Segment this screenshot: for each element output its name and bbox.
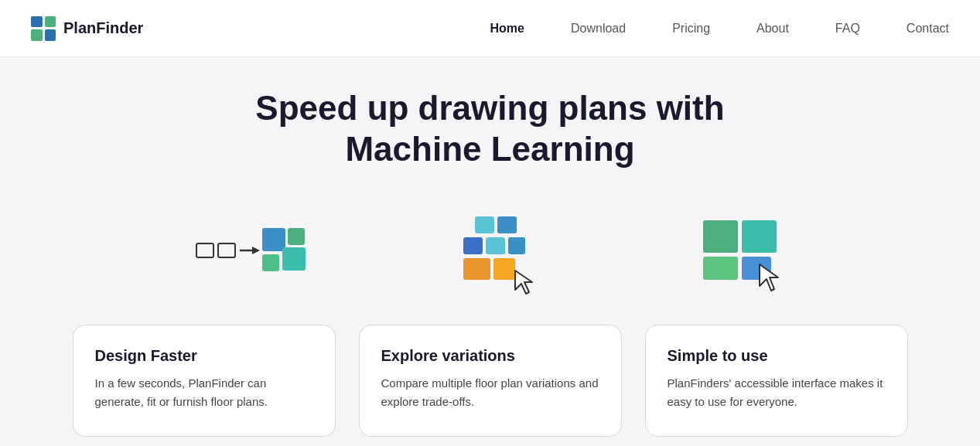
card-explore-variations: Explore variations Compare multiple floo… [359,325,622,437]
svg-marker-15 [515,271,532,294]
logo[interactable]: PlanFinder [31,16,143,41]
svg-rect-11 [486,237,505,254]
nav-faq[interactable]: FAQ [835,22,860,35]
svg-rect-14 [493,258,515,280]
nav-about[interactable]: About [756,22,789,35]
svg-rect-6 [262,254,279,271]
design-faster-icon [196,220,305,290]
svg-rect-12 [508,237,525,254]
svg-rect-0 [196,243,213,257]
card-simple-to-use: Simple to use PlanFinders' accessible in… [645,325,908,437]
svg-rect-5 [288,228,305,245]
svg-rect-10 [463,237,483,254]
svg-rect-8 [475,216,494,233]
feature-icons-row [0,193,980,309]
svg-rect-18 [703,257,738,280]
nav-pricing[interactable]: Pricing [672,22,710,35]
simple-to-use-icon [699,216,784,294]
svg-rect-13 [463,258,490,280]
nav-links: Home Download Pricing About FAQ Contact [490,22,949,36]
svg-rect-4 [262,228,285,251]
card-design-faster-title: Design Faster [95,347,313,365]
svg-rect-1 [218,243,235,257]
card-design-faster: Design Faster In a few seconds, PlanFind… [73,325,336,437]
svg-rect-9 [497,216,517,233]
logo-icon [31,16,56,41]
nav-download[interactable]: Download [571,22,626,35]
nav-contact[interactable]: Contact [907,22,949,35]
svg-rect-7 [282,247,306,271]
card-explore-variations-body: Compare multiple floor plan variations a… [381,374,599,411]
card-simple-to-use-body: PlanFinders' accessible interface makes … [668,374,886,411]
card-explore-variations-title: Explore variations [381,347,599,365]
logo-text: PlanFinder [63,19,143,37]
hero-title: Speed up drawing plans with Machine Lear… [220,88,761,170]
card-simple-to-use-title: Simple to use [668,347,886,365]
feature-cards-row: Design Faster In a few seconds, PlanFind… [0,309,980,437]
explore-variations-icon [459,216,545,294]
svg-rect-16 [703,220,738,253]
svg-rect-17 [742,220,777,253]
hero-section: Speed up drawing plans with Machine Lear… [0,57,980,193]
nav-home[interactable]: Home [490,22,524,35]
card-design-faster-body: In a few seconds, PlanFinder can generat… [95,374,313,411]
svg-marker-3 [252,247,260,254]
navbar: PlanFinder Home Download Pricing About F… [0,0,980,57]
